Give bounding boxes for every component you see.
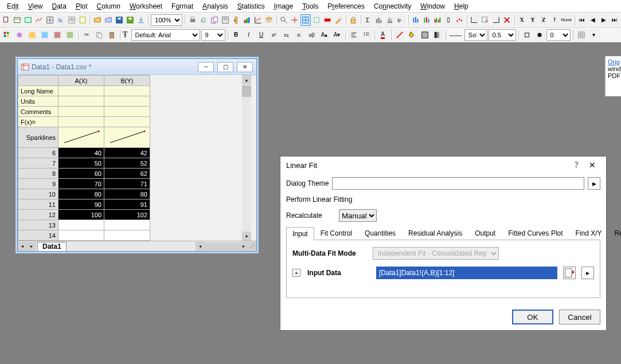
palette3-icon[interactable] (26, 29, 38, 41)
gradient-icon[interactable] (432, 29, 443, 41)
greek-icon[interactable]: αβ (306, 29, 318, 41)
menu-statistics[interactable]: Statistics (233, 2, 270, 10)
tab-first-icon[interactable]: ◂ (18, 242, 27, 251)
prev-icon[interactable]: ◀ (588, 14, 598, 26)
cell[interactable]: 40 (58, 148, 104, 158)
tab-residual-plots[interactable]: Residual Plots (608, 226, 621, 240)
grid-icon[interactable] (576, 29, 587, 41)
cell[interactable] (104, 230, 150, 241)
text-x-icon[interactable]: X (517, 14, 527, 26)
stats-icon[interactable] (374, 14, 384, 26)
cell[interactable]: 71 (104, 179, 150, 189)
menu-column[interactable]: Column (92, 2, 125, 10)
tab-fitted-curves[interactable]: Fitted Curves Plot (502, 226, 569, 240)
menu-edit[interactable]: Edit (2, 2, 24, 10)
col-plot-icon[interactable] (411, 14, 420, 26)
cell[interactable]: 80 (58, 189, 104, 199)
menu-plot[interactable]: Plot (71, 2, 92, 10)
pattern-icon[interactable] (419, 29, 431, 41)
dialog-help-button[interactable]: ? (568, 161, 584, 170)
more-icon[interactable]: ▾ (588, 29, 600, 41)
tab-input[interactable]: Input (286, 227, 314, 240)
new-layout-icon[interactable] (67, 14, 76, 26)
zoom-combo[interactable]: 100% (151, 14, 182, 26)
col-plot2-icon[interactable] (421, 14, 431, 26)
cell[interactable]: 102 (104, 210, 150, 220)
cell[interactable]: 50 (58, 158, 104, 169)
menu-worksheet[interactable]: Worksheet (125, 2, 167, 10)
open-icon[interactable] (92, 14, 102, 26)
tab-output[interactable]: Output (468, 226, 502, 240)
cut-icon[interactable]: ✂ (81, 29, 92, 41)
hscroll-left-icon[interactable]: ◂ (196, 242, 205, 251)
del-layer-icon[interactable] (502, 14, 512, 26)
cell[interactable]: 62 (104, 169, 150, 179)
new-function-icon[interactable]: fx (56, 14, 65, 26)
text-y-icon[interactable]: Y (528, 14, 538, 26)
worksheet-grid[interactable]: A(X) B(Y) Long Name Units Comments F(x)=… (18, 75, 242, 241)
cancel-button[interactable]: Cancel (559, 310, 600, 324)
tab-quantities[interactable]: Quantities (358, 226, 402, 240)
scroll-down-icon[interactable]: ▾ (242, 232, 251, 241)
line-width-combo[interactable]: 0.5 (489, 29, 516, 41)
results-log-icon[interactable] (220, 14, 230, 26)
cell[interactable] (58, 220, 104, 230)
symbol-fill-icon[interactable] (534, 29, 545, 41)
cell[interactable]: 52 (104, 158, 150, 169)
menu-tools[interactable]: Tools (298, 2, 323, 10)
cell[interactable]: 42 (104, 148, 150, 158)
line-color-icon[interactable] (394, 29, 405, 41)
bullet-icon[interactable] (361, 29, 372, 41)
font-dec-icon[interactable]: A▾ (331, 29, 343, 41)
menu-view[interactable]: View (24, 2, 48, 10)
row-fx[interactable]: F(x)= (18, 117, 58, 127)
new-project-icon[interactable] (1, 14, 11, 26)
close-window-button[interactable]: ✕ (237, 62, 253, 72)
cell[interactable] (104, 220, 150, 230)
duplicate-icon[interactable] (209, 14, 219, 26)
save-icon[interactable] (114, 14, 124, 26)
cell[interactable]: 70 (58, 179, 104, 189)
graph2d-icon[interactable] (469, 14, 479, 26)
font-color-icon[interactable]: A (377, 29, 389, 41)
reader-icon[interactable] (279, 14, 288, 26)
paste-icon[interactable] (106, 29, 118, 41)
open-template-icon[interactable] (103, 14, 113, 26)
palette5-icon[interactable] (52, 29, 63, 41)
refresh-icon[interactable] (198, 14, 208, 26)
row-num-8[interactable]: 8 (18, 169, 58, 179)
font-combo[interactable]: Default: Arial (131, 29, 200, 41)
cell[interactable]: 60 (58, 169, 104, 179)
palette4-icon[interactable] (39, 29, 50, 41)
palette2-icon[interactable] (14, 29, 25, 41)
tab-find-xy[interactable]: Find X/Y (569, 226, 608, 240)
symbol-shape-icon[interactable] (521, 29, 533, 41)
tab-residual-analysis[interactable]: Residual Analysis (402, 226, 468, 240)
new-matrix-icon[interactable] (45, 14, 54, 26)
line-style-combo[interactable]: Sol (464, 29, 487, 41)
mask-icon[interactable] (323, 14, 333, 26)
anova-icon[interactable] (385, 14, 395, 26)
data-selector-icon[interactable] (312, 14, 322, 26)
first-icon[interactable]: ⏮ (577, 14, 587, 26)
row-num-14[interactable]: 14 (18, 230, 58, 241)
superscript-icon[interactable]: x² (268, 29, 280, 41)
bold-icon[interactable]: B (231, 29, 242, 41)
row-num-9[interactable]: 9 (18, 179, 58, 189)
text-z-icon[interactable]: Z (539, 14, 549, 26)
copy-icon[interactable] (93, 29, 105, 41)
row-num-6[interactable]: 6 (18, 148, 58, 158)
menu-image[interactable]: Image (270, 2, 298, 10)
menu-connectivity[interactable]: Connectivity (369, 2, 416, 10)
row-sparklines[interactable]: Sparklines (18, 127, 58, 148)
dialog-close-button[interactable]: ✕ (584, 161, 600, 170)
fontsize-combo[interactable]: 9 (201, 29, 225, 41)
menu-data[interactable]: Data (48, 2, 71, 10)
scroll-up-icon[interactable]: ▴ (242, 75, 251, 84)
hscroll-thumb[interactable] (205, 242, 239, 251)
recalculate-select[interactable]: Manual (339, 209, 377, 222)
menu-analysis[interactable]: Analysis (198, 2, 233, 10)
layers-icon[interactable] (264, 14, 274, 26)
symbol-size-combo[interactable]: 0 (546, 29, 571, 41)
maximize-button[interactable]: ▢ (217, 62, 233, 72)
